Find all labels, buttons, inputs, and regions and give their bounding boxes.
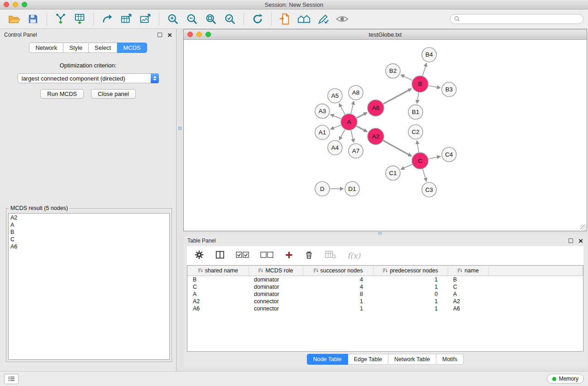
homes-icon	[297, 13, 311, 25]
result-item[interactable]: C	[10, 236, 167, 243]
graph-edge[interactable]	[339, 104, 345, 114]
export-table-button[interactable]	[118, 11, 134, 27]
result-item[interactable]: A6	[10, 243, 167, 250]
main-toolbar	[0, 9, 588, 29]
style-apply-button[interactable]	[315, 11, 331, 27]
table-row[interactable]: A2connector11A2	[187, 298, 583, 305]
column-header-filler	[488, 266, 583, 276]
tab-network-table[interactable]: Network Table	[388, 354, 436, 365]
graph-edge[interactable]	[417, 93, 419, 103]
open-session-file-button[interactable]	[277, 11, 293, 27]
delete-table-icon[interactable]	[325, 250, 336, 262]
zoom-in-button[interactable]	[165, 11, 181, 27]
column-header[interactable]: name	[448, 266, 488, 276]
close-panel-icon[interactable]: ×	[167, 31, 172, 39]
tab-node-table[interactable]: Node Table	[307, 354, 348, 365]
table-row[interactable]: Adominator80A	[187, 291, 583, 298]
import-network-button[interactable]	[53, 11, 69, 27]
graph-edge[interactable]	[383, 141, 411, 156]
delete-columns-icon[interactable]	[304, 250, 314, 262]
graph-edge[interactable]	[357, 126, 367, 132]
tab-edge-table[interactable]: Edge Table	[348, 354, 388, 365]
network-window-title: testGlobe.txt	[184, 31, 587, 38]
float-table-panel-icon[interactable]	[569, 238, 573, 243]
zoom-fit-button[interactable]	[203, 11, 219, 27]
welcome-home-button[interactable]	[296, 11, 312, 27]
run-mcds-button[interactable]: Run MCDS	[40, 89, 84, 99]
search-field[interactable]	[450, 14, 583, 24]
eye-icon	[335, 13, 349, 25]
resize-grip-icon[interactable]	[580, 224, 586, 230]
gear-icon[interactable]	[194, 250, 204, 262]
graph-edge[interactable]	[331, 125, 341, 129]
graph-edge[interactable]	[429, 157, 440, 159]
graph-edge[interactable]	[351, 130, 354, 142]
result-item[interactable]: A2	[10, 214, 167, 221]
graph-edge[interactable]	[401, 75, 412, 81]
tab-motifs[interactable]: Motifs	[436, 354, 464, 365]
add-column-icon[interactable]	[285, 251, 293, 261]
graph-edge[interactable]	[429, 86, 440, 88]
search-input[interactable]	[463, 15, 579, 23]
zoom-out-button[interactable]	[184, 11, 200, 27]
zoom-selected-button[interactable]	[222, 11, 238, 27]
float-panel-icon[interactable]	[158, 33, 162, 37]
columns-icon[interactable]	[215, 250, 225, 262]
export-network-button[interactable]	[99, 11, 115, 27]
save-session-button[interactable]	[25, 11, 41, 27]
refresh-layout-button[interactable]	[249, 11, 266, 27]
tab-mcds[interactable]: MCDS	[117, 43, 147, 53]
open-folder-button[interactable]	[6, 11, 22, 27]
table-row[interactable]: A6connector11A6	[187, 305, 583, 312]
import-table-button[interactable]	[72, 11, 88, 27]
graph-edge[interactable]	[423, 63, 427, 76]
table-row[interactable]: Bdominator41B	[187, 276, 583, 284]
memory-label: Memory	[559, 376, 578, 382]
export-image-button[interactable]	[137, 11, 153, 27]
network-canvas[interactable]: AA6A2BCA5A8A3A1A4A7B2B4B3B1C2C4C1C3DD1	[184, 40, 587, 231]
mcds-result-list[interactable]: A2ABCA6	[8, 213, 170, 360]
optimization-criterion-select[interactable]: largest connected component (directed)	[18, 73, 159, 83]
result-item[interactable]: B	[10, 229, 167, 236]
network-window-titlebar[interactable]: testGlobe.txt	[184, 29, 587, 40]
table-row[interactable]: Cdominator41C	[187, 283, 583, 291]
toolbar-separator	[244, 12, 244, 26]
resize-handle[interactable]	[178, 127, 182, 130]
result-item[interactable]: A	[10, 221, 167, 229]
memory-status-icon	[552, 377, 556, 381]
task-history-button[interactable]	[4, 374, 19, 384]
deselect-all-icon[interactable]	[260, 251, 274, 260]
column-header[interactable]: predecessor nodes	[373, 266, 448, 276]
column-header[interactable]: MCDS role	[249, 266, 303, 276]
graph-edge[interactable]	[351, 101, 354, 114]
graph-edge[interactable]	[383, 89, 411, 104]
graph-node-label: A4	[331, 144, 339, 151]
tab-style[interactable]: Style	[63, 43, 89, 53]
status-bar: Memory	[0, 371, 588, 386]
list-icon	[8, 376, 15, 381]
select-all-icon[interactable]	[236, 251, 249, 260]
graph-edge[interactable]	[417, 141, 419, 152]
function-builder-icon[interactable]: f(x)	[347, 251, 360, 260]
graph-node-label: B	[418, 81, 422, 87]
memory-button[interactable]: Memory	[547, 374, 584, 384]
window-title: Session: New Session	[0, 1, 588, 8]
column-header[interactable]: successor nodes	[303, 266, 373, 276]
export-network-icon	[101, 13, 114, 25]
close-panel-button[interactable]: Close panel	[91, 89, 136, 99]
graph-edge[interactable]	[357, 113, 367, 118]
search-icon	[454, 16, 460, 22]
application-window: Session: New Session	[0, 0, 588, 386]
refresh-icon	[251, 13, 264, 25]
save-icon	[27, 13, 39, 25]
graph-edge[interactable]	[331, 114, 341, 119]
zoom-out-icon	[186, 13, 198, 25]
column-header[interactable]: shared name	[187, 266, 249, 276]
tab-select[interactable]: Select	[89, 43, 117, 53]
tab-network[interactable]: Network	[29, 43, 63, 53]
graph-edge[interactable]	[339, 129, 345, 140]
close-table-panel-icon[interactable]: ×	[578, 237, 583, 245]
graph-edge[interactable]	[401, 164, 412, 169]
graph-edge[interactable]	[423, 169, 426, 181]
show-hide-button[interactable]	[334, 11, 350, 27]
